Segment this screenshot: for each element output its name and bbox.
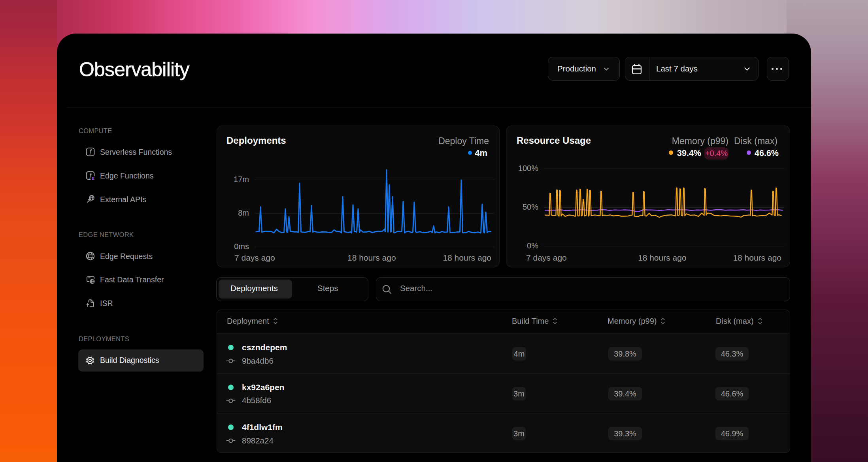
svg-text:ε: ε [92,175,94,180]
svg-text:ƒ: ƒ [89,148,92,155]
